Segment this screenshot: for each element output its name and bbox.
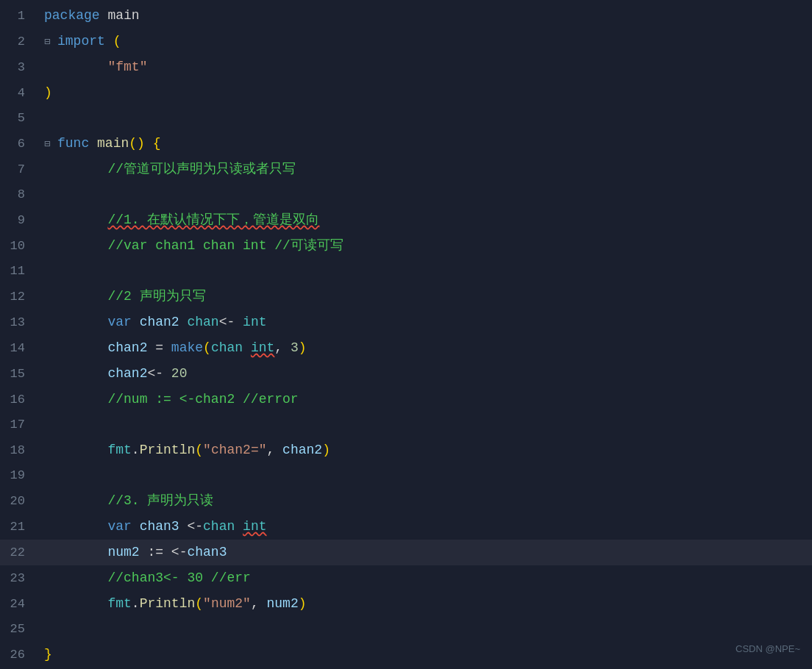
token-plain [44,392,107,407]
token-paren: ) [299,596,307,611]
token-plain [132,519,140,534]
token-var: num2 [107,545,139,559]
token-paren: ( [195,596,203,611]
line-number: 14 [0,336,37,361]
line-number: 22 [0,540,37,565]
code-line: 17 [0,412,812,437]
token-fmt-pkg: fmt [107,443,131,457]
token-var: chan2 [107,340,147,355]
token-var: chan2 [282,443,322,457]
token-comment: //管道可以声明为只读或者只写 [107,162,296,176]
token-kw-make: make [171,340,203,355]
code-line: 14 chan2 = make(chan int, 3) [0,335,812,361]
line-number: 1 [0,4,37,29]
token-paren: ( [203,340,211,355]
token-plain: := <- [140,545,188,559]
line-number: 5 [0,106,37,131]
line-content: fmt.Println("num2", num2) [37,591,812,616]
token-plain [44,366,107,381]
line-content: var chan3 <-chan int [37,514,812,539]
token-plain [44,289,107,304]
token-paren: ) [44,85,52,100]
code-line: 9 //1. 在默认情况下下，管道是双向 [0,207,812,233]
token-comment: //chan3<- 30 //err [107,570,250,585]
code-editor: 1package main2⊟import (3 "fmt"4)56⊟func … [0,0,812,669]
line-number: 26 [0,643,37,668]
token-plain: <- [219,315,243,329]
token-plain [44,519,107,534]
token-kw: var [107,315,131,329]
token-num: 3 [291,340,299,355]
line-content: //1. 在默认情况下下，管道是双向 [37,207,812,232]
token-plain [44,60,107,74]
fold-icon[interactable]: ⊟ [44,29,56,54]
token-plain [44,340,107,355]
code-line: 22 num2 := <-chan3 [0,540,812,565]
line-number: 18 [0,438,37,463]
line-content: chan2<- 20 [37,361,812,386]
token-num: 20 [171,366,188,381]
code-line: 15 chan2<- 20 [0,361,812,387]
token-paren: ) [299,340,307,355]
token-plain: <- [179,519,203,534]
code-line: 10 //var chan1 chan int //可读可写 [0,233,812,259]
line-content: "fmt" [37,54,812,79]
line-number: 23 [0,566,37,591]
token-kw: package [44,8,100,23]
code-line: 2⊟import ( [0,29,812,54]
token-type: chan [203,519,235,534]
line-content: chan2 = make(chan int, 3) [37,335,812,360]
code-line: 11 [0,259,812,284]
code-line: 16 //num := <-chan2 //error [0,387,812,412]
code-line: 19 [0,463,812,488]
code-line: 18 fmt.Println("chan2=", chan2) [0,437,812,463]
token-paren: } [44,647,52,662]
line-number: 10 [0,234,37,259]
token-plain [235,519,243,534]
line-content: ⊟func main() { [37,131,812,157]
line-number: 3 [0,55,37,80]
line-number: 20 [0,489,37,514]
line-content: //2 声明为只写 [37,284,812,309]
line-number: 8 [0,182,37,207]
code-line: 8 [0,182,812,207]
token-plain [44,238,107,253]
token-comment: //2 声明为只写 [107,289,205,304]
token-plain: , [251,596,267,611]
line-number: 25 [0,617,37,642]
code-line: 1package main [0,3,812,29]
token-paren: { [153,136,161,151]
token-plain [44,596,107,611]
token-plain: . [132,443,140,457]
token-comment: //var chan1 chan int //可读可写 [107,238,343,253]
line-number: 24 [0,592,37,617]
token-plain [145,136,153,151]
line-content: num2 := <-chan3 [37,540,812,565]
line-content: ⊟import ( [37,29,812,54]
token-paren: ) [322,443,330,457]
token-var: chan3 [140,519,179,534]
line-number: 4 [0,81,37,106]
token-type: int [251,340,274,355]
token-fn: Println [140,443,196,457]
line-number: 12 [0,285,37,310]
token-plain: . [132,596,140,611]
token-plain [132,315,140,329]
line-content: //3. 声明为只读 [37,488,812,513]
token-paren: ( [195,443,203,457]
code-line: 6⊟func main() { [0,131,812,157]
line-number: 9 [0,208,37,233]
token-kw: var [107,519,131,534]
token-type: int [243,519,266,534]
line-content: package main [37,3,812,28]
line-content: //num := <-chan2 //error [37,387,812,412]
line-content: ) [37,80,812,105]
token-plain [179,315,188,329]
watermark: CSDN @NPE~ [736,637,800,662]
line-number: 2 [0,29,37,54]
token-plain [44,315,107,329]
line-content: } [37,642,812,667]
fold-icon[interactable]: ⊟ [44,132,56,157]
token-var: num2 [267,596,299,611]
token-str: "num2" [203,596,251,611]
